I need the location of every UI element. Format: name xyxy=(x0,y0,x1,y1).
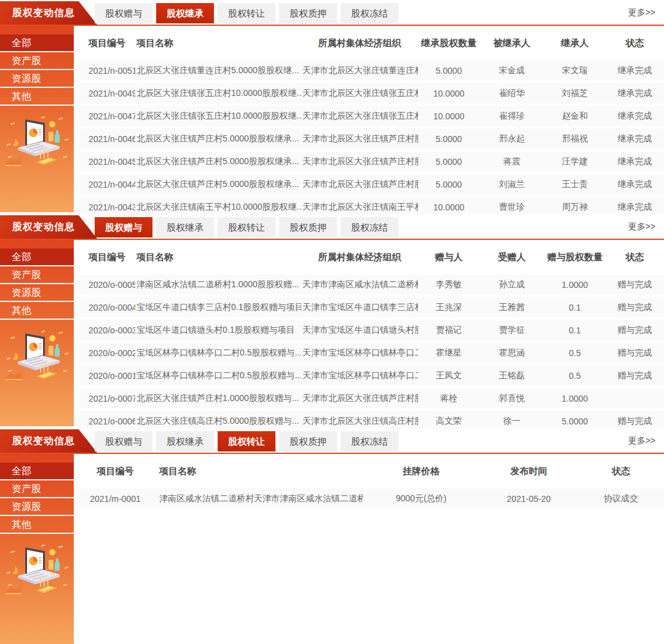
table-cell: 2020/o-0005 xyxy=(80,272,135,296)
tab-equity-inheritance[interactable]: 股权继承 xyxy=(156,431,214,451)
table-row[interactable]: 2021/n-0049北辰区大张庄镇张五庄村10.0000股股权继...天津市北… xyxy=(80,82,664,105)
sidebar-item-resource-shares[interactable]: 资源股 xyxy=(0,284,74,302)
sidebar-item-asset-shares[interactable]: 资产股 xyxy=(0,480,74,498)
sidebar-item-other[interactable]: 其他 xyxy=(0,302,74,320)
table-cell: 蒋栓 xyxy=(418,387,480,410)
table-cell: 宋文瑞 xyxy=(544,58,606,82)
flame-icon xyxy=(13,566,18,574)
table-cell: 赠与完成 xyxy=(606,272,664,296)
table-cell: 王兆深 xyxy=(418,296,480,319)
table-cell: 蒋震 xyxy=(480,150,544,173)
tab-equity-transfer[interactable]: 股权转让 xyxy=(218,217,275,237)
table-cell: 天津市宝坻区林亭口镇林亭口二村... xyxy=(301,364,418,387)
table-cell: 北辰区大张庄镇张五庄村10.0000股股权继... xyxy=(135,82,301,105)
table-cell xyxy=(606,387,664,410)
column-header: 继承人 xyxy=(544,31,606,58)
column-header: 所属村集体经济组织 xyxy=(301,31,418,58)
tab-equity-pledge[interactable]: 股权质押 xyxy=(279,217,337,237)
column-header: 项目编号 xyxy=(80,459,151,486)
panel-header: 股权变动信息股权赠与股权继承股权转让股权质押股权冻结更多>> xyxy=(0,428,664,453)
tab-equity-gift[interactable]: 股权赠与 xyxy=(95,431,152,451)
equity-change-page: 股权变动信息股权赠与股权继承股权转让股权质押股权冻结更多>>全部资产股资源股其他… xyxy=(0,0,664,644)
table-cell: 2021-05-20 xyxy=(480,486,578,510)
panel-body: 全部资产股资源股其他 项目编号项目名称所属村集体经济组织继承股权数量被继承人继承… xyxy=(0,26,664,212)
table-row[interactable]: 2021/o-0007北辰区大张庄镇芦庄村1.0000股股权赠与...天津市北辰… xyxy=(80,387,664,410)
ribbon-label: 股权变动信息 xyxy=(12,7,75,18)
table-cell: 霍思涵 xyxy=(480,341,544,364)
table-cell: 继承完成 xyxy=(606,173,664,196)
table-row[interactable]: 2020/o-0001宝坻区林亭口镇林亭口二村0.5股股权赠与...天津市宝坻区… xyxy=(80,364,664,387)
sidebar-item-other[interactable]: 其他 xyxy=(0,516,74,534)
column-header: 赠与人 xyxy=(418,245,480,272)
table-cell: 北辰区大张庄镇张五庄村10.0000股股权继... xyxy=(135,105,301,127)
equity-panel-equity-transfer: 股权变动信息股权赠与股权继承股权转让股权质押股权冻结更多>>全部资产股资源股其他… xyxy=(0,428,664,644)
sidebar-item-asset-shares[interactable]: 资产股 xyxy=(0,266,74,284)
tab-equity-transfer[interactable]: 股权转让 xyxy=(218,431,275,451)
tab-equity-freeze[interactable]: 股权冻结 xyxy=(341,3,398,23)
column-header: 继承股权数量 xyxy=(418,31,480,58)
sidebar-item-resource-shares[interactable]: 资源股 xyxy=(0,70,74,88)
tab-equity-freeze[interactable]: 股权冻结 xyxy=(341,431,398,451)
column-header: 被继承人 xyxy=(480,31,544,58)
table-cell: 李秀敏 xyxy=(418,272,480,296)
table-cell: 天津市宝坻区牛道口镇李三店村股... xyxy=(301,296,418,319)
table-cell: 天津市北辰区大张庄镇张五庄村股... xyxy=(301,105,418,127)
table-row[interactable]: 2020/o-0005津南区咸水沽镇二道桥村1.0000股股权赠...天津市津南… xyxy=(80,272,664,296)
table-row[interactable]: 2020/o-0004宝坻区牛道口镇李三店村0.1股股权赠与项目天津市宝坻区牛道… xyxy=(80,296,664,319)
table-cell: 2021/n-0049 xyxy=(80,82,135,105)
table-cell: 津南区咸水沽镇二道桥村天津市津南区咸水沽镇二道桥村股份经... xyxy=(151,486,363,510)
table-row[interactable]: 2021/n-0047北辰区大张庄镇张五庄村10.0000股股权继...天津市北… xyxy=(80,105,664,127)
more-link[interactable]: 更多>> xyxy=(628,428,655,453)
table-cell: 5.0000 xyxy=(418,150,480,173)
table-cell: 邢福祝 xyxy=(544,127,606,150)
table-cell: 王士贵 xyxy=(544,173,606,196)
table-cell: 2021/n-0051 xyxy=(80,58,135,82)
tab-equity-gift[interactable]: 股权赠与 xyxy=(95,217,152,237)
table-cell: 2021/n-0047 xyxy=(80,105,135,127)
table-cell: 2020/o-0004 xyxy=(80,296,135,319)
tab-equity-pledge[interactable]: 股权质押 xyxy=(279,3,337,23)
records-table: 项目编号项目名称所属村集体经济组织继承股权数量被继承人继承人状态2021/n-0… xyxy=(80,31,664,220)
table-cell: 2021/m-0001 xyxy=(80,486,151,510)
tab-equity-freeze[interactable]: 股权冻结 xyxy=(341,217,398,237)
table-row[interactable]: 2021/n-0051北辰区大张庄镇董连庄村5.0000股股权继...天津市北辰… xyxy=(80,58,664,82)
table-row[interactable]: 2020/o-0002宝坻区林亭口镇林亭口二村0.5股股权赠与...天津市宝坻区… xyxy=(80,341,664,364)
table-row[interactable]: 2021/n-0046北辰区大张庄镇芦庄村5.0000股股权继承...天津市北辰… xyxy=(80,127,664,150)
sidebar-item-resource-shares[interactable]: 资源股 xyxy=(0,498,74,516)
sidebar-item-all[interactable]: 全部 xyxy=(0,463,74,480)
table-cell: 孙立成 xyxy=(480,272,544,296)
tab-equity-inheritance[interactable]: 股权继承 xyxy=(156,3,214,23)
table-cell: 天津市宝坻区林亭口镇林亭口二村... xyxy=(301,341,418,364)
records-table: 项目编号项目名称挂牌价格发布时间状态2021/m-0001津南区咸水沽镇二道桥村… xyxy=(80,459,664,511)
tab-equity-pledge[interactable]: 股权质押 xyxy=(279,431,337,451)
table-cell: 宋金成 xyxy=(480,58,544,82)
table-row[interactable]: 2021/n-0044北辰区大张庄镇芦庄村5.0000股股权继承...天津市北辰… xyxy=(80,173,664,196)
tab-equity-transfer[interactable]: 股权转让 xyxy=(218,3,275,23)
sidebar-item-all[interactable]: 全部 xyxy=(0,34,74,52)
table-row[interactable]: 2021/n-0045北辰区大张庄镇芦庄村5.0000股股权继承...天津市北辰… xyxy=(80,150,664,173)
sidebar-item-all[interactable]: 全部 xyxy=(0,248,74,266)
table-cell: 天津市宝坻区牛道口镇塘头村股份... xyxy=(301,319,418,341)
table-cell: 王铭磊 xyxy=(480,364,544,387)
tab-equity-gift[interactable]: 股权赠与 xyxy=(95,3,152,23)
flame-icon xyxy=(13,138,18,146)
flame-icon xyxy=(13,352,18,360)
table-cell: 继承完成 xyxy=(606,150,664,173)
table-cell: 王凤文 xyxy=(418,364,480,387)
panel-body: 全部资产股资源股其他 项目编号项目名称挂牌价格发布时间状态2021/m-0001… xyxy=(0,454,664,644)
table-row[interactable]: 2020/o-0003宝坻区牛道口镇塘头村0.1股股权赠与项目天津市宝坻区牛道口… xyxy=(80,319,664,341)
sidebar-item-asset-shares[interactable]: 资产股 xyxy=(0,52,74,70)
more-link[interactable]: 更多>> xyxy=(628,0,655,25)
sidebar-item-other[interactable]: 其他 xyxy=(0,88,74,106)
more-link[interactable]: 更多>> xyxy=(628,214,655,239)
table-cell: 继承完成 xyxy=(606,82,664,105)
tab-equity-inheritance[interactable]: 股权继承 xyxy=(156,217,214,237)
table-cell: 崔得珍 xyxy=(480,105,544,127)
table-cell: 宝坻区林亭口镇林亭口二村0.5股股权赠与... xyxy=(135,364,301,387)
table-row[interactable]: 2021/m-0001津南区咸水沽镇二道桥村天津市津南区咸水沽镇二道桥村股份经.… xyxy=(80,486,664,510)
column-header: 状态 xyxy=(578,459,664,486)
laptop-analytics-illustration-icon xyxy=(4,544,69,597)
column-header: 项目编号 xyxy=(80,31,135,58)
equity-panel-equity-gift: 股权变动信息股权赠与股权继承股权转让股权质押股权冻结更多>>全部资产股资源股其他… xyxy=(0,214,664,426)
category-list: 全部资产股资源股其他 xyxy=(0,463,74,534)
